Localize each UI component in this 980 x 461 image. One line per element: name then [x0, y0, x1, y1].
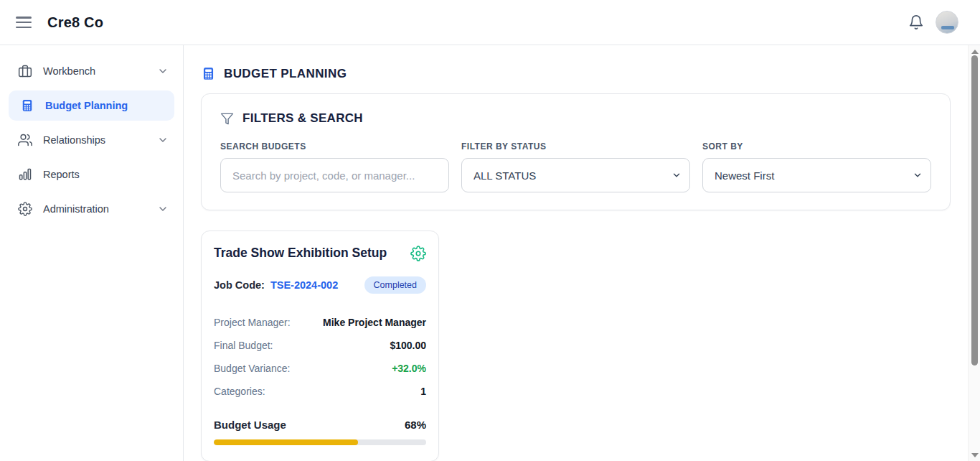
sidebar-item-label: Budget Planning: [45, 100, 128, 111]
vertical-scrollbar[interactable]: [968, 45, 980, 461]
sidebar-item-budget-planning[interactable]: Budget Planning: [9, 90, 174, 121]
briefcase-icon: [18, 64, 32, 78]
filters-title: FILTERS & SEARCH: [242, 111, 363, 126]
sidebar-item-label: Relationships: [43, 134, 105, 146]
calculator-icon: [20, 98, 34, 113]
page-title: BUDGET PLANNING: [224, 67, 347, 81]
sidebar-item-administration[interactable]: Administration: [0, 192, 183, 226]
scroll-down-arrow[interactable]: [969, 449, 980, 461]
budget-usage-label: Budget Usage: [214, 419, 286, 431]
budget-card: Trade Show Exhibition Setup Job Code: TS…: [201, 230, 439, 461]
sidebar-item-label: Administration: [43, 203, 109, 215]
sidebar-item-workbench[interactable]: Workbench: [0, 54, 183, 88]
app-header: Cre8 Co: [0, 0, 980, 45]
budget-usage-progress-bar: [214, 439, 426, 445]
sidebar-item-label: Reports: [43, 169, 80, 180]
scrollbar-thumb[interactable]: [971, 55, 978, 365]
filters-card: FILTERS & SEARCH SEARCH BUDGETS FILTER B…: [201, 93, 951, 210]
detail-row-final-budget: Final Budget: $100.00: [214, 334, 426, 357]
sidebar-item-label: Workbench: [43, 65, 95, 77]
status-select[interactable]: ALL STATUS: [461, 158, 690, 192]
notifications-bell-icon[interactable]: [908, 14, 924, 30]
chevron-down-icon: [157, 203, 169, 215]
chevron-down-icon: [157, 134, 169, 146]
budget-usage-percent: 68%: [405, 419, 426, 431]
budget-card-title: Trade Show Exhibition Setup: [214, 246, 387, 261]
detail-row-budget-variance: Budget Variance: +32.0%: [214, 357, 426, 380]
detail-row-categories: Categories: 1: [214, 380, 426, 403]
search-budgets-label: SEARCH BUDGETS: [220, 141, 449, 152]
menu-icon[interactable]: [16, 17, 32, 28]
search-input[interactable]: [220, 158, 449, 192]
main-content: BUDGET PLANNING FILTERS & SEARCH SEARCH …: [184, 45, 968, 461]
card-settings-gear-icon[interactable]: [410, 246, 426, 261]
job-code-value[interactable]: TSE-2024-002: [270, 279, 338, 291]
calculator-icon: [201, 66, 216, 81]
sidebar: Workbench Budget Planning: [0, 45, 184, 461]
filter-funnel-icon: [220, 112, 234, 126]
brand-title: Cre8 Co: [47, 14, 103, 31]
users-icon: [18, 133, 32, 147]
sort-by-label: SORT BY: [702, 141, 931, 152]
user-avatar[interactable]: [936, 11, 958, 34]
detail-row-project-manager: Project Manager: Mike Project Manager: [214, 311, 426, 334]
chevron-down-icon: [157, 65, 169, 77]
sort-select[interactable]: Newest First: [702, 158, 931, 192]
sidebar-item-reports[interactable]: Reports: [0, 157, 183, 192]
budget-usage-progress-fill: [214, 439, 358, 445]
sidebar-item-relationships[interactable]: Relationships: [0, 123, 183, 157]
bar-chart-icon: [18, 167, 32, 182]
status-badge: Completed: [364, 276, 426, 294]
job-code-label: Job Code:: [214, 279, 265, 291]
filter-by-status-label: FILTER BY STATUS: [461, 141, 690, 152]
gear-icon: [18, 202, 32, 216]
